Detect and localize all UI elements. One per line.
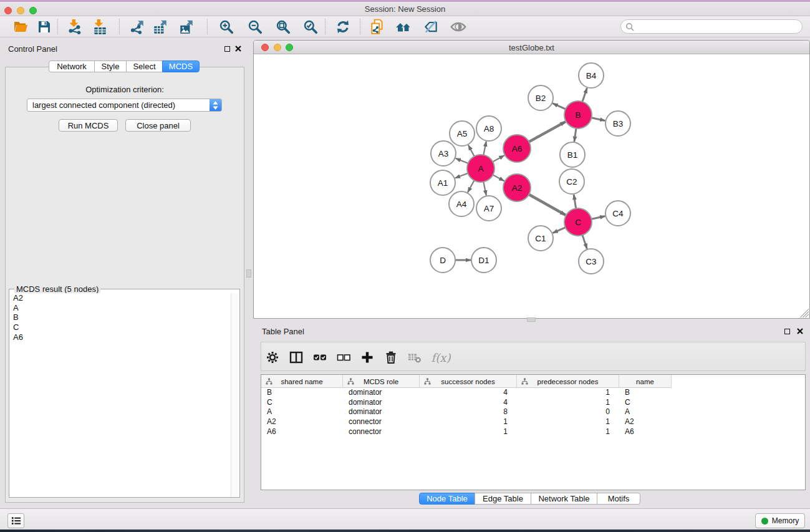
optimization-criterion-dropdown[interactable]: largest connected component (directed) [27, 99, 222, 112]
table-panel-float-button[interactable] [783, 327, 791, 336]
table-cell[interactable]: A [261, 407, 343, 417]
zoom-fit-button[interactable] [274, 18, 292, 36]
graph-edge-C-C1[interactable] [552, 228, 566, 233]
mcds-result-item[interactable]: B [13, 312, 231, 322]
mcds-result-item[interactable]: A6 [13, 332, 231, 342]
graph-edge-C-C2[interactable] [574, 195, 576, 209]
tab-network-table[interactable]: Network Table [531, 493, 597, 505]
table-cell[interactable]: 1 [517, 388, 619, 398]
show-view-button[interactable] [449, 18, 468, 36]
select-all-columns-button[interactable] [311, 349, 329, 366]
table-cell[interactable]: 1 [420, 417, 517, 427]
zoom-selected-button[interactable] [301, 18, 320, 36]
mcds-list-scrollbar[interactable] [231, 293, 239, 496]
delete-column-button[interactable] [382, 349, 400, 366]
graph-edge-A-A1[interactable] [455, 173, 468, 178]
refresh-view-button[interactable] [334, 18, 352, 36]
table-cell[interactable]: A [619, 407, 672, 417]
table-cell[interactable]: A6 [619, 427, 672, 437]
graph-edge-A2-C[interactable] [529, 195, 566, 215]
zoom-in-button[interactable] [217, 18, 236, 36]
mcds-result-item[interactable]: C [13, 322, 231, 332]
vertical-split-grip[interactable] [246, 269, 251, 278]
graph-edge-C-C3[interactable] [582, 235, 587, 249]
column-header-MCDS-role[interactable]: MCDS role [343, 375, 420, 388]
copy-network-button[interactable] [368, 18, 387, 36]
split-columns-button[interactable] [287, 349, 306, 366]
unselect-all-columns-button[interactable] [334, 349, 353, 366]
table-cell[interactable]: 0 [517, 407, 619, 417]
close-panel-button[interactable]: Close panel [125, 119, 191, 132]
column-header-successor-nodes[interactable]: successor nodes [420, 375, 517, 388]
function-builder-button[interactable]: f(x) [428, 349, 453, 366]
graph-edge-B-B1[interactable] [574, 128, 576, 142]
table-cell[interactable]: A2 [619, 417, 672, 427]
table-row[interactable]: A6connector11A6 [261, 427, 805, 437]
tab-mcds[interactable]: MCDS [162, 60, 200, 72]
table-cell[interactable]: A6 [261, 427, 343, 437]
graph-edge-B-B3[interactable] [591, 118, 605, 121]
graph-edge-A6-B[interactable] [529, 122, 566, 142]
graph-edge-A-A8[interactable] [483, 142, 486, 155]
control-panel-close-button[interactable] [234, 44, 243, 53]
column-header-shared-name[interactable]: shared name [261, 375, 343, 388]
tab-edge-table[interactable]: Edge Table [475, 493, 531, 505]
graph-edge-B-B4[interactable] [582, 88, 587, 102]
table-cell[interactable]: 1 [517, 427, 619, 437]
graph-edge-A-A5[interactable] [468, 145, 475, 157]
export-table-button[interactable] [151, 18, 170, 36]
table-row[interactable]: Bdominator41B [261, 388, 805, 398]
table-cell[interactable]: connector [343, 417, 420, 427]
table-cell[interactable]: dominator [343, 398, 420, 408]
table-row[interactable]: Adominator80A [261, 407, 805, 417]
table-row[interactable]: A2connector11A2 [261, 417, 805, 427]
column-header-name[interactable]: name [619, 375, 672, 388]
graph-edge-B-B2[interactable] [552, 104, 566, 109]
mcds-result-item[interactable]: A [13, 303, 231, 313]
graph-edge-A-A7[interactable] [483, 182, 486, 196]
table-cell[interactable]: dominator [343, 407, 420, 417]
delete-table-button[interactable] [405, 349, 424, 366]
tab-style[interactable]: Style [94, 60, 127, 72]
table-cell[interactable]: 8 [420, 407, 517, 417]
first-neighbors-button[interactable] [394, 18, 413, 36]
tab-select[interactable]: Select [126, 60, 163, 72]
table-row[interactable]: Cdominator41C [261, 398, 805, 408]
horizontal-split-grip[interactable] [527, 317, 536, 322]
table-cell[interactable]: connector [343, 427, 420, 437]
save-session-button[interactable] [35, 18, 54, 36]
export-network-button[interactable] [128, 18, 147, 36]
graph-edge-A-A6[interactable] [493, 155, 504, 162]
control-panel-float-button[interactable] [223, 44, 231, 53]
window-resize-grip[interactable] [800, 309, 809, 317]
add-column-button[interactable] [358, 349, 377, 366]
import-network-button[interactable] [65, 18, 84, 36]
table-cell[interactable]: A2 [261, 417, 343, 427]
table-cell[interactable]: 4 [420, 388, 517, 398]
graph-edge-A-A3[interactable] [455, 158, 468, 163]
table-cell[interactable]: B [261, 388, 343, 398]
table-cell[interactable]: C [261, 398, 343, 408]
tab-network[interactable]: Network [49, 60, 95, 72]
graph-edge-C-C4[interactable] [591, 216, 605, 219]
table-cell[interactable]: dominator [343, 388, 420, 398]
table-settings-button[interactable] [263, 349, 282, 366]
tab-node-table[interactable]: Node Table [419, 493, 475, 505]
table-cell[interactable]: 1 [517, 398, 619, 408]
tab-motifs[interactable]: Motifs [597, 493, 640, 505]
memory-button[interactable]: Memory [755, 513, 805, 528]
search-input[interactable] [637, 20, 802, 33]
table-cell[interactable]: 1 [420, 427, 517, 437]
table-cell[interactable]: 1 [517, 417, 619, 427]
import-table-button[interactable] [90, 18, 109, 36]
network-canvas[interactable]: B4B2BB3A5A8A6A3B1AA1C2A2A4A7C4CC1C3DD1 [254, 54, 809, 319]
graph-edge-A-A2[interactable] [493, 175, 504, 181]
task-history-button[interactable] [7, 513, 24, 528]
table-cell[interactable]: B [619, 388, 672, 398]
export-image-button[interactable] [177, 18, 196, 36]
table-cell[interactable]: 4 [420, 398, 517, 408]
zoom-out-button[interactable] [246, 18, 264, 36]
table-cell[interactable]: C [619, 398, 672, 408]
mcds-result-item[interactable]: A2 [13, 293, 231, 303]
run-mcds-button[interactable]: Run MCDS [59, 119, 118, 132]
